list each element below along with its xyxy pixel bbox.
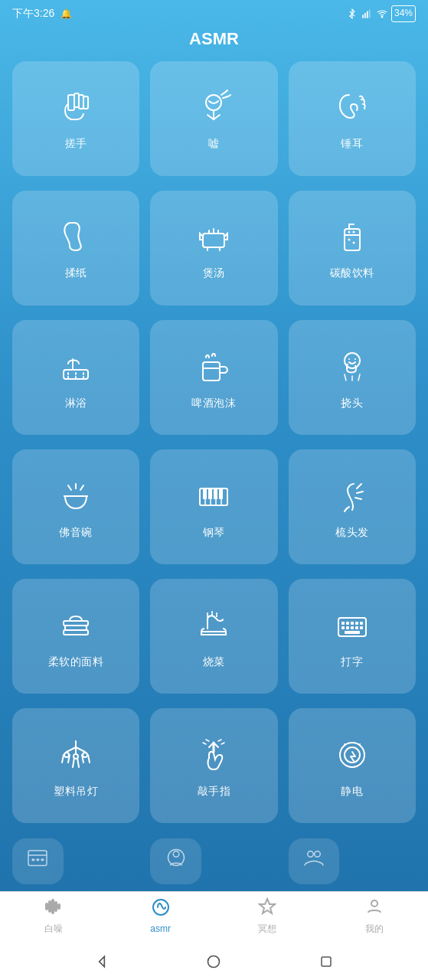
status-icons: 34%: [347, 5, 416, 21]
svg-rect-1: [364, 13, 366, 18]
grid-item-shake-hand[interactable]: 搓手: [12, 61, 139, 176]
pot-label: 煲汤: [203, 266, 225, 280]
svg-rect-11: [345, 229, 360, 250]
svg-point-81: [208, 956, 220, 968]
svg-rect-43: [360, 626, 363, 629]
nav-asmr[interactable]: asmr: [107, 898, 214, 934]
svg-rect-64: [28, 851, 47, 866]
grid-item-drink[interactable]: 碳酸饮料: [289, 191, 416, 305]
svg-line-60: [218, 740, 221, 741]
paper-icon: [57, 218, 94, 260]
grid-item-static[interactable]: 静电: [289, 708, 416, 823]
svg-line-52: [62, 755, 64, 763]
grid-item-unknown2[interactable]: [150, 838, 201, 884]
sys-square-button[interactable]: [318, 953, 335, 970]
grid-item-unknown3[interactable]: [289, 838, 340, 884]
svg-rect-17: [203, 362, 220, 381]
svg-rect-32: [64, 630, 88, 635]
shush-icon: [195, 89, 232, 131]
sys-back-button[interactable]: [93, 953, 110, 970]
svg-rect-41: [351, 626, 354, 629]
svg-rect-5: [68, 95, 74, 110]
static-icon: [334, 737, 371, 779]
svg-rect-35: [346, 622, 349, 625]
beer-icon: [195, 348, 232, 390]
svg-rect-36: [351, 622, 354, 625]
svg-rect-40: [346, 626, 349, 629]
tapfinger-icon: [195, 737, 232, 779]
tapfinger-label: 敲手指: [198, 785, 231, 799]
svg-rect-44: [345, 631, 360, 634]
svg-rect-3: [369, 9, 371, 18]
svg-marker-78: [260, 899, 275, 913]
svg-line-55: [88, 755, 90, 763]
svg-rect-66: [37, 859, 40, 861]
grid-item-bowl[interactable]: 佛音碗: [12, 449, 139, 564]
shower-label: 淋浴: [65, 397, 87, 410]
svg-rect-29: [219, 488, 223, 499]
svg-point-71: [315, 851, 321, 858]
svg-rect-27: [208, 488, 212, 499]
shake-hand-label: 搓手: [65, 137, 87, 151]
nav-meditate[interactable]: 冥想: [214, 897, 322, 936]
svg-point-4: [381, 16, 383, 18]
grid-item-chandelier[interactable]: 塑料吊灯: [12, 708, 139, 823]
grid-item-scratch[interactable]: 挠头: [289, 320, 416, 435]
svg-point-15: [352, 242, 354, 244]
asmr-nav-label: asmr: [150, 923, 171, 934]
svg-rect-8: [83, 96, 88, 109]
unknown3-icon: [300, 844, 328, 875]
grid-item-shush[interactable]: 嘘: [150, 61, 277, 176]
mine-nav-label: 我的: [365, 923, 384, 936]
grid-item-unknown1[interactable]: [12, 838, 64, 884]
svg-marker-80: [100, 956, 105, 966]
nav-mine[interactable]: 我的: [321, 897, 428, 936]
svg-rect-82: [322, 957, 331, 966]
svg-rect-38: [360, 622, 363, 625]
svg-rect-65: [32, 859, 35, 861]
scratch-label: 挠头: [341, 397, 363, 410]
nav-whitenoise[interactable]: 白噪: [0, 897, 107, 936]
status-time: 下午3:26 🔔: [12, 7, 72, 21]
grid-item-tapfinger[interactable]: 敲手指: [150, 708, 277, 823]
brush-icon: [334, 478, 371, 520]
shake-hand-icon: [57, 89, 94, 131]
svg-rect-34: [341, 622, 345, 625]
grid-item-shower[interactable]: 淋浴: [12, 320, 139, 435]
svg-rect-37: [355, 622, 358, 625]
pot-icon: [195, 218, 232, 260]
cooking-icon: [195, 607, 232, 649]
whitenoise-nav-icon: [44, 897, 63, 920]
drink-icon: [334, 218, 371, 260]
piano-label: 钢琴: [203, 526, 225, 540]
shush-label: 嘘: [208, 137, 220, 151]
chandelier-icon: [57, 737, 94, 779]
svg-point-13: [352, 231, 354, 234]
svg-rect-2: [367, 11, 368, 18]
svg-line-59: [203, 743, 206, 744]
grid-item-beer[interactable]: 啤酒泡沫: [150, 320, 277, 435]
grid-item-ear[interactable]: 锤耳: [289, 61, 416, 176]
svg-point-62: [340, 743, 364, 767]
fabric-icon: [57, 607, 94, 649]
meditate-nav-label: 冥想: [258, 923, 276, 936]
svg-line-58: [206, 740, 209, 741]
svg-point-79: [371, 900, 377, 906]
grid-item-cooking[interactable]: 烧菜: [150, 579, 277, 694]
app-title: ASMR: [0, 24, 428, 57]
grid-item-paper[interactable]: 揉纸: [12, 191, 139, 305]
grid-item-piano[interactable]: 钢琴: [150, 449, 277, 564]
bowl-label: 佛音碗: [59, 526, 93, 540]
svg-point-50: [83, 753, 87, 757]
svg-rect-72: [46, 903, 47, 910]
keyboard-label: 打字: [341, 655, 363, 669]
svg-rect-76: [58, 904, 60, 909]
grid-item-keyboard[interactable]: 打字: [289, 579, 416, 694]
shower-icon: [57, 348, 94, 390]
grid-item-pot[interactable]: 煲汤: [150, 191, 277, 305]
bowl-icon: [57, 478, 94, 520]
grid-item-fabric[interactable]: 柔软的面料: [12, 579, 139, 694]
sys-home-button[interactable]: [205, 953, 222, 970]
grid-item-brush[interactable]: 梳头发: [289, 449, 416, 564]
unknown2-icon: [162, 844, 190, 875]
